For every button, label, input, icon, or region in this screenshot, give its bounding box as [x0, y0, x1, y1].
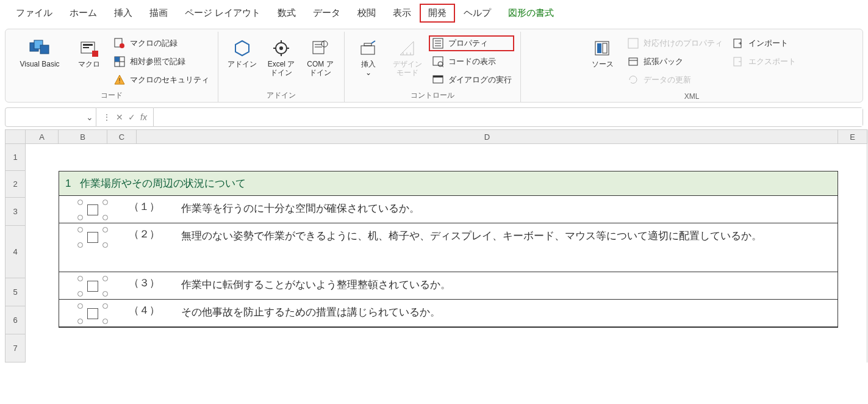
- item-number: （１）: [126, 200, 181, 214]
- checklist-row: （１）作業等を行うのに十分な空間が確保されているか。: [59, 196, 838, 223]
- col-header-E[interactable]: E: [838, 129, 867, 144]
- menu-home[interactable]: ホーム: [61, 4, 106, 23]
- col-header-A[interactable]: A: [26, 129, 59, 144]
- menu-dots-icon[interactable]: ⋮: [102, 112, 111, 122]
- macro-security-button[interactable]: ! マクロのセキュリティ: [110, 72, 212, 88]
- enter-icon[interactable]: ✓: [128, 112, 135, 122]
- macros-button[interactable]: マクロ: [71, 35, 107, 71]
- selection-handle[interactable]: [102, 291, 108, 297]
- selection-handle[interactable]: [77, 291, 83, 297]
- addins-button[interactable]: アドイン: [224, 35, 260, 71]
- menu-file[interactable]: ファイル: [7, 4, 61, 23]
- selection-handle[interactable]: [102, 303, 108, 309]
- hexagon-icon: [233, 38, 251, 59]
- name-box-input[interactable]: [5, 113, 84, 122]
- group-label-xml: XML: [684, 92, 700, 101]
- menu-review[interactable]: 校閲: [349, 4, 384, 23]
- svg-rect-22: [313, 41, 324, 54]
- menu-data[interactable]: データ: [304, 4, 349, 23]
- spreadsheet-grid: A B C D E 1234567 1 作業場所やその周辺の状況について （１）…: [5, 129, 868, 363]
- row-header-4[interactable]: 4: [5, 226, 26, 278]
- selection-handle[interactable]: [102, 242, 108, 248]
- menu-page-layout[interactable]: ページ レイアウト: [176, 4, 269, 23]
- checkbox-control[interactable]: [77, 201, 108, 219]
- row-header-1[interactable]: 1: [5, 144, 26, 171]
- selection-handle[interactable]: [102, 276, 108, 281]
- expansion-icon: [626, 55, 640, 68]
- svg-point-25: [321, 41, 328, 47]
- col-header-B[interactable]: B: [59, 129, 107, 144]
- formula-input[interactable]: [154, 108, 863, 126]
- excel-addins-button[interactable]: Excel アドイン: [264, 35, 299, 80]
- selection-handle[interactable]: [102, 227, 108, 233]
- com-addins-button[interactable]: COM アドイン: [303, 35, 338, 80]
- view-code-button[interactable]: コードの表示: [429, 54, 514, 70]
- checkbox-icon[interactable]: [87, 281, 98, 292]
- checklist-row: （３）作業中に転倒することがないよう整理整頓されているか。: [59, 272, 838, 300]
- selection-handle[interactable]: [77, 276, 83, 281]
- ribbon-group-controls: 挿入⌄ デザイン モード プロパティ コードの表示 ダイアログの実行: [345, 32, 521, 102]
- svg-rect-41: [433, 76, 443, 78]
- cancel-icon[interactable]: ✕: [116, 112, 123, 122]
- checkbox-icon[interactable]: [87, 308, 98, 319]
- menu-insert[interactable]: 挿入: [106, 4, 141, 23]
- expansion-pack-button[interactable]: 拡張パック: [624, 54, 725, 70]
- col-header-D[interactable]: D: [137, 129, 838, 144]
- svg-line-28: [371, 41, 375, 43]
- name-box[interactable]: ⌄: [5, 107, 96, 127]
- grid-icon: [113, 55, 126, 68]
- export-button: エクスポート: [729, 54, 798, 70]
- svg-rect-6: [92, 51, 98, 57]
- checkbox-icon[interactable]: [87, 204, 98, 215]
- group-label-code: コード: [101, 90, 123, 101]
- col-header-C[interactable]: C: [107, 129, 137, 144]
- menu-developer[interactable]: 開発: [420, 4, 455, 23]
- checkbox-control[interactable]: [77, 228, 108, 247]
- selection-handle[interactable]: [102, 200, 108, 205]
- import-icon: [731, 37, 745, 50]
- properties-button[interactable]: プロパティ: [429, 35, 514, 51]
- menu-formulas[interactable]: 数式: [269, 4, 304, 23]
- menu-help[interactable]: ヘルプ: [455, 4, 500, 23]
- svg-rect-43: [597, 43, 601, 53]
- menu-draw[interactable]: 描画: [141, 4, 176, 23]
- run-dialog-button[interactable]: ダイアログの実行: [429, 72, 514, 88]
- sheet-area[interactable]: 1 作業場所やその周辺の状況について （１）作業等を行うのに十分な空間が確保され…: [26, 144, 867, 363]
- column-headers: A B C D E: [5, 129, 868, 144]
- formula-input-area[interactable]: [153, 107, 863, 127]
- checkbox-control[interactable]: [77, 277, 108, 295]
- row-headers: 1234567: [5, 144, 26, 363]
- menu-shape-format[interactable]: 図形の書式: [500, 4, 562, 23]
- row-header-7[interactable]: 7: [5, 334, 26, 363]
- checkbox-icon[interactable]: [87, 232, 98, 243]
- selection-handle[interactable]: [77, 242, 83, 248]
- checkbox-control[interactable]: [77, 305, 108, 323]
- fx-icon[interactable]: fx: [140, 112, 147, 122]
- dialog-icon: [431, 73, 445, 87]
- svg-rect-4: [83, 44, 93, 46]
- svg-rect-12: [115, 57, 120, 62]
- design-mode-button[interactable]: デザイン モード: [390, 35, 425, 80]
- row-header-5[interactable]: 5: [5, 278, 26, 306]
- xml-source-button[interactable]: ソース: [585, 35, 620, 71]
- row-header-6[interactable]: 6: [5, 306, 26, 334]
- visual-basic-button[interactable]: Visual Basic: [12, 35, 68, 71]
- name-box-dropdown[interactable]: ⌄: [84, 112, 96, 122]
- selection-handle[interactable]: [77, 319, 83, 324]
- selection-handle[interactable]: [77, 215, 83, 220]
- selection-handle[interactable]: [102, 215, 108, 220]
- select-all-corner[interactable]: [5, 129, 26, 144]
- insert-control-button[interactable]: 挿入⌄: [351, 35, 386, 80]
- selection-handle[interactable]: [77, 200, 83, 205]
- selection-handle[interactable]: [77, 303, 83, 309]
- svg-rect-44: [603, 43, 607, 53]
- row-header-3[interactable]: 3: [5, 198, 26, 226]
- selection-handle[interactable]: [77, 227, 83, 233]
- svg-rect-46: [629, 58, 637, 65]
- import-button[interactable]: インポート: [729, 35, 798, 51]
- selection-handle[interactable]: [102, 319, 108, 324]
- relative-reference-button[interactable]: 相対参照で記録: [110, 54, 212, 70]
- menu-view[interactable]: 表示: [384, 4, 420, 23]
- row-header-2[interactable]: 2: [5, 171, 26, 198]
- record-macro-button[interactable]: マクロの記録: [110, 35, 212, 51]
